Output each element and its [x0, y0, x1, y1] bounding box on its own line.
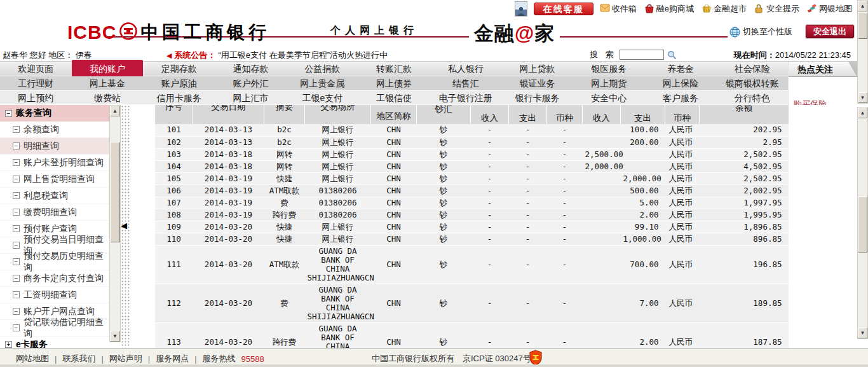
- minus-box-icon: −: [13, 126, 20, 133]
- quicklink-融e购商城[interactable]: 融e购商城: [644, 3, 694, 15]
- table-cell-钞汇: 钞: [417, 284, 471, 322]
- nav-item-定期存款[interactable]: 定期存款: [143, 62, 215, 76]
- quicklink-网银地图[interactable]: 网银地图: [807, 3, 852, 15]
- quicklink-收件箱[interactable]: 收件箱: [600, 3, 637, 15]
- footer-link-网站声明[interactable]: 网站声明: [109, 353, 142, 364]
- nav-item-网上债券[interactable]: 网上债券: [358, 76, 430, 90]
- table-cell-币种: -: [547, 124, 583, 136]
- nav-item-安全中心[interactable]: 安全中心: [573, 91, 645, 104]
- nav-item-工银信使[interactable]: 工银信使: [358, 91, 430, 104]
- nav-item-欢迎页面[interactable]: 欢迎页面: [0, 62, 72, 76]
- nav-item-分行特色[interactable]: 分行特色: [716, 91, 788, 104]
- nav-item-电子银行注册[interactable]: 电子银行注册: [430, 91, 501, 104]
- scroll-up-arrow-icon[interactable]: ▲: [858, 1, 867, 11]
- col-header-序号: 序号: [155, 105, 193, 124]
- nav-item-账户原油[interactable]: 账户原油: [143, 76, 215, 90]
- sidebar-item-利息税查询[interactable]: −利息税查询: [0, 188, 109, 204]
- scroll-up-arrow-icon[interactable]: ▲: [858, 107, 867, 118]
- page-scrollbar-thumb[interactable]: [858, 12, 867, 39]
- sidebar-item-label: 利息税查询: [24, 190, 68, 202]
- nav-item-网上贵金属[interactable]: 网上贵金属: [287, 76, 358, 90]
- nav-item-银证业务[interactable]: 银证业务: [501, 76, 573, 90]
- search-icon[interactable]: [667, 50, 677, 60]
- sidebar-item-缴费明细查询[interactable]: −缴费明细查询: [0, 204, 109, 221]
- page-scrollbar[interactable]: ▲ ▼: [857, 0, 868, 104]
- table-row: 1052014-03-19快捷网上银行CHN钞---2,000.00人民币2,5…: [155, 172, 789, 184]
- scroll-up-arrow-icon[interactable]: ▲: [110, 106, 120, 116]
- footer-hotline-number[interactable]: 95588: [241, 354, 264, 364]
- logout-button[interactable]: 安全退出: [806, 25, 854, 38]
- sidebar-item-工资明细查询[interactable]: −工资明细查询: [0, 287, 109, 303]
- nav-item-账户外汇[interactable]: 账户外汇: [215, 76, 287, 90]
- table-cell-收入: [583, 245, 621, 284]
- nav-item-转账汇款[interactable]: 转账汇款: [358, 62, 430, 76]
- nav-item-工行理财[interactable]: 工行理财: [0, 76, 72, 90]
- sidebar-item-余额查询[interactable]: −余额查询: [0, 121, 109, 138]
- table-cell-交易日期: 2014-03-18: [193, 148, 264, 160]
- nav-item-社会保险[interactable]: 社会保险: [716, 62, 788, 76]
- hot-focus-title: 热点关注: [789, 62, 857, 77]
- nav-item-网上保险[interactable]: 网上保险: [645, 76, 717, 90]
- sidebar-scrollbar-thumb[interactable]: [110, 142, 120, 242]
- table-cell-支出: -: [509, 197, 547, 209]
- scroll-down-arrow-icon[interactable]: ▼: [858, 328, 867, 338]
- nav-item-网上期货[interactable]: 网上期货: [573, 76, 645, 90]
- nav-item-缴费站[interactable]: 缴费站: [72, 91, 144, 104]
- table-cell-钞汇: 钞: [417, 136, 471, 148]
- inbox-icon: [600, 4, 610, 14]
- sidebar-splitter[interactable]: ◀: [121, 105, 130, 348]
- table-cell-支出: 500.00: [621, 184, 665, 197]
- nav-item-网上汇市[interactable]: 网上汇市: [215, 91, 287, 104]
- nav-item-信用卡服务[interactable]: 信用卡服务: [143, 91, 215, 104]
- quicklink-安全提示[interactable]: 安全提示: [754, 3, 799, 15]
- table-cell-收入: -: [471, 172, 509, 184]
- table-cell-币种: -: [547, 136, 583, 148]
- sidebar-item-商务卡定向支付查询[interactable]: −商务卡定向支付查询: [0, 270, 109, 287]
- content-scrollbar-thumb[interactable]: [858, 197, 867, 253]
- shopping-bag-icon: [644, 4, 654, 14]
- quicklink-金融超市[interactable]: 金融超市: [702, 3, 747, 15]
- nav-item-结售汇[interactable]: 结售汇: [430, 76, 501, 90]
- table-cell-序号: 112: [155, 284, 193, 322]
- table-cell-收入: -: [471, 184, 509, 197]
- nav-item-客户服务[interactable]: 客户服务: [645, 91, 717, 104]
- online-service-button[interactable]: 在线客服: [534, 3, 593, 15]
- table-cell-支出: -: [509, 284, 547, 322]
- sidebar-item-网上售货明细查询[interactable]: −网上售货明细查询: [0, 171, 109, 188]
- footer-link-联系我们[interactable]: 联系我们: [62, 353, 95, 364]
- sidebar-item-label: 缴费明细查询: [24, 207, 77, 218]
- nav-item-网上贷款[interactable]: 网上贷款: [501, 62, 573, 76]
- icbc-logo: ICBC 中国工商银行: [67, 20, 270, 45]
- switch-version-link[interactable]: 切换至个性版: [729, 26, 792, 38]
- nav-item-工银e支付[interactable]: 工银e支付: [287, 91, 358, 104]
- table-cell-支出: -: [509, 245, 547, 284]
- scroll-down-arrow-icon[interactable]: ▼: [858, 92, 867, 103]
- sidebar-item-贷记联动借记明细查询[interactable]: −贷记联动借记明细查询: [0, 320, 109, 336]
- nav-item-银医服务[interactable]: 银医服务: [573, 62, 645, 76]
- collapse-sidebar-icon[interactable]: ◀: [121, 221, 127, 230]
- table-cell-交易场所: 网上银行: [305, 160, 371, 172]
- nav-item-私人银行[interactable]: 私人银行: [430, 62, 501, 76]
- nav-item-公益捐款[interactable]: 公益捐款: [287, 62, 358, 76]
- sidebar-item-账务查询[interactable]: −账务查询: [0, 105, 109, 121]
- nav-item-银行卡服务[interactable]: 银行卡服务: [501, 91, 573, 104]
- table-cell-钞汇: 钞: [417, 160, 471, 172]
- content-scrollbar[interactable]: ▲ ▼: [857, 107, 868, 339]
- sidebar-item-预付交易历史明细查询[interactable]: −预付交易历史明细查询: [0, 254, 109, 270]
- nav-item-网上预约[interactable]: 网上预约: [0, 91, 72, 104]
- footer-link-服务网点[interactable]: 服务网点: [156, 353, 189, 364]
- nav-item-网上基金[interactable]: 网上基金: [72, 76, 144, 90]
- sidebar-item-明细查询[interactable]: −明细查询: [0, 138, 109, 155]
- nav-item-我的账户[interactable]: 我的账户: [72, 60, 144, 76]
- sidebar-scrollbar[interactable]: ▲ ▼: [109, 105, 121, 342]
- sidebar-item-账户未登折明细查询[interactable]: −账户未登折明细查询: [0, 155, 109, 171]
- scroll-down-arrow-icon[interactable]: ▼: [110, 331, 120, 342]
- nav-item-养老金[interactable]: 养老金: [645, 62, 717, 76]
- sidebar-item-label: e卡服务: [16, 339, 48, 349]
- nav-item-银商银权转账[interactable]: 银商银权转账: [716, 76, 788, 90]
- table-row: 1042014-03-18网转网上银行CHN钞---2,000.00人民币4,5…: [155, 160, 789, 172]
- table-cell-币种: -: [547, 148, 583, 160]
- nav-item-通知存款[interactable]: 通知存款: [215, 62, 287, 76]
- footer-link-网站地图[interactable]: 网站地图: [16, 353, 49, 364]
- search-input[interactable]: [620, 50, 664, 60]
